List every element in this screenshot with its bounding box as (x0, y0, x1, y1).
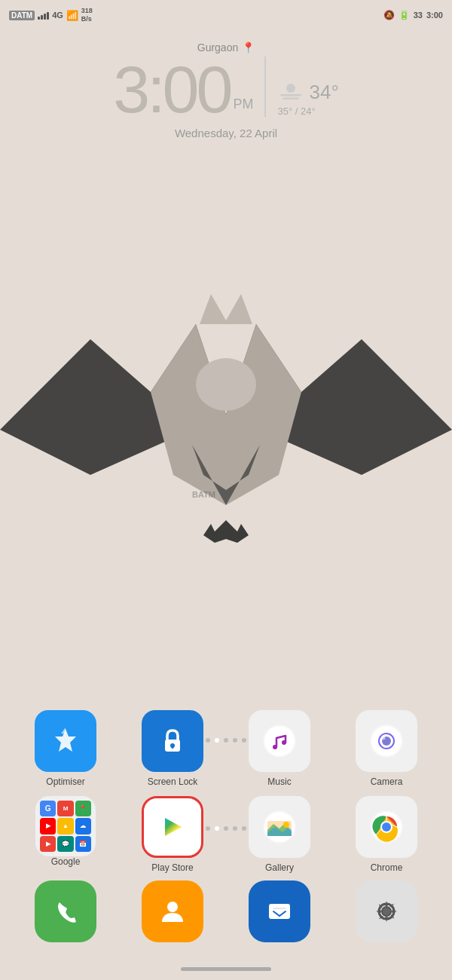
location-icon: 📍 (242, 41, 255, 54)
contacts-icon (142, 880, 203, 942)
svg-point-0 (286, 84, 295, 93)
dock-phone[interactable] (24, 880, 107, 942)
battery-icon: 🔋 (399, 10, 410, 20)
svg-text:BATM: BATM (192, 490, 215, 499)
page-dot-1 (206, 826, 210, 831)
page-dot-3 (224, 826, 228, 831)
app-chrome[interactable]: Chrome (345, 796, 428, 873)
screenlock-label: Screen Lock (148, 776, 198, 787)
page-dot-5 (242, 826, 246, 831)
app-music[interactable]: Music (238, 710, 321, 787)
dot-5 (242, 738, 246, 743)
wifi-icon: 📶 (66, 10, 78, 21)
messages-icon (249, 880, 310, 942)
page-indicator (0, 826, 452, 831)
svg-point-31 (167, 902, 178, 912)
svg-rect-2 (282, 98, 299, 100)
svg-rect-7 (172, 746, 174, 749)
google-label: Google (51, 856, 81, 867)
carrier-label: DATM (9, 11, 35, 20)
clock-ampm: PM (233, 96, 253, 112)
battery-label: 33 (414, 11, 423, 20)
app-screenlock[interactable]: Screen Lock (131, 710, 214, 787)
weather-block: 34° 35° / 24° (277, 79, 338, 117)
svg-rect-1 (280, 94, 301, 96)
dot-2 (215, 738, 219, 743)
camera-label: Camera (371, 776, 403, 787)
page-dots (0, 738, 452, 743)
dock (0, 880, 452, 942)
status-right: 🔕 🔋 33 3:00 (383, 10, 443, 20)
weather-temp: 34° (309, 81, 338, 104)
svg-point-3 (196, 358, 256, 411)
app-playstore[interactable]: Play Store (131, 796, 214, 873)
playstore-label: Play Store (151, 862, 193, 873)
app-grid: Optimiser Screen Lock (0, 710, 452, 882)
network-type: 4G (52, 11, 63, 20)
clock-time: 3:00 (113, 57, 230, 123)
batman-wallpaper: BATM (0, 279, 452, 603)
optimiser-label: Optimiser (46, 776, 84, 787)
status-left: DATM 4G 📶 318B/s (9, 7, 93, 23)
time-label: 3:00 (426, 11, 443, 20)
app-optimiser[interactable]: Optimiser (24, 710, 107, 787)
clock-row: 3:00 PM 34° 35° / 24° (113, 57, 339, 123)
app-row-2: G M 📍 ▶ ▲ ☁ ▶ 💬 📅 Google (12, 796, 440, 873)
settings-icon (356, 880, 417, 942)
page-dot-2 (215, 826, 219, 831)
dock-settings[interactable] (345, 880, 428, 942)
clock-divider (264, 57, 266, 117)
signal-bars (38, 11, 49, 20)
mute-icon: 🔕 (383, 10, 395, 20)
weather-range: 35° / 24° (277, 106, 315, 117)
app-row-1: Optimiser Screen Lock (12, 710, 440, 787)
svg-point-10 (273, 745, 277, 749)
phone-icon (35, 880, 96, 942)
gallery-label: Gallery (265, 862, 294, 873)
dock-contacts[interactable] (131, 880, 214, 942)
dot-3 (224, 738, 228, 743)
music-label: Music (267, 776, 291, 787)
dot-1 (206, 738, 210, 743)
dot-4 (233, 738, 237, 743)
app-google[interactable]: G M 📍 ▶ ▲ ☁ ▶ 💬 📅 Google (24, 796, 107, 873)
wallpaper: DATM 4G 📶 318B/s 🔕 🔋 33 3:00 Gurgaon 📍 (0, 0, 452, 980)
app-camera[interactable]: Camera (345, 710, 428, 787)
app-gallery[interactable]: Gallery (238, 796, 321, 873)
home-indicator[interactable] (181, 967, 271, 971)
weather-icon (277, 79, 304, 106)
dock-messages[interactable] (238, 880, 321, 942)
speed-label: 318B/s (81, 7, 93, 23)
page-dot-4 (233, 826, 237, 831)
date-label: Wednesday, 22 April (175, 127, 277, 139)
chrome-label: Chrome (371, 862, 403, 873)
clock-widget: Gurgaon 📍 3:00 PM (0, 41, 452, 139)
status-bar: DATM 4G 📶 318B/s 🔕 🔋 33 3:00 (0, 0, 452, 30)
